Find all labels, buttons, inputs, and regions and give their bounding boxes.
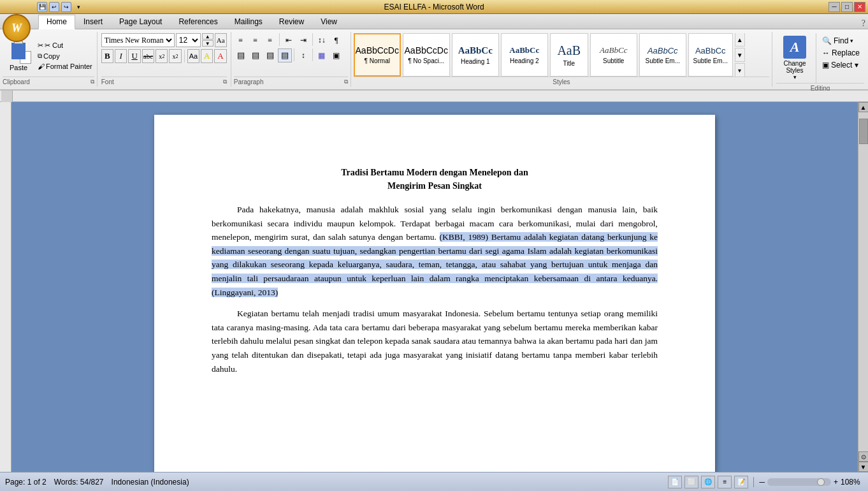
undo-icon[interactable]: ↩ [49, 2, 59, 12]
strikethrough-button[interactable]: abc [142, 49, 154, 63]
font-name-select[interactable]: Times New Roman Arial Calibri [101, 33, 175, 47]
para-row2: ▤ ▤ ▤ ▤ ↕ ▦ ▣ [234, 48, 348, 62]
restore-button[interactable]: □ [841, 2, 853, 12]
font-size-decrease[interactable]: ▼ [202, 40, 213, 47]
close-button[interactable]: ✕ [854, 2, 865, 12]
scroll-thumb[interactable] [859, 119, 868, 144]
align-center-button[interactable]: ▤ [249, 48, 263, 62]
office-button[interactable]: W [3, 14, 31, 42]
styles-group-label: Styles [354, 77, 769, 85]
full-screen-button[interactable]: ⬜ [684, 476, 698, 488]
copy-icon: ⧉ [38, 52, 42, 60]
print-layout-button[interactable]: 📄 [668, 476, 682, 488]
styles-scroll-up[interactable]: ▲ [735, 33, 745, 47]
tab-page-layout[interactable]: Page Layout [111, 15, 170, 29]
style-normal-button[interactable]: AaBbCcDc ¶ Normal [354, 33, 401, 77]
tab-references[interactable]: References [170, 15, 226, 29]
multilevel-button[interactable]: ≡ [263, 33, 277, 47]
tab-view[interactable]: View [312, 15, 345, 29]
font-color-button[interactable]: A [214, 49, 226, 63]
superscript-button[interactable]: x2 [169, 49, 181, 63]
para-divider3 [294, 48, 294, 61]
font-expand-icon[interactable]: ⧉ [223, 78, 227, 85]
style-heading2-sample: AaBbCc [509, 45, 539, 55]
change-styles-button[interactable]: A ChangeStyles ▾ [776, 33, 813, 83]
align-left-button[interactable]: ▤ [234, 48, 248, 62]
words-status: Words: 54/827 [54, 478, 104, 487]
style-subtle-em-button[interactable]: AaBbCc Subtle Em... [639, 33, 686, 77]
style-heading1-sample: AaBbCc [458, 45, 493, 56]
style-no-spacing-sample: AaBbCcDc [405, 45, 448, 55]
show-hide-button[interactable]: ¶ [329, 33, 344, 47]
tab-insert[interactable]: Insert [75, 15, 111, 29]
style-more-button[interactable]: AaBbCc Subtle Em... [688, 33, 733, 77]
outline-button[interactable]: ≡ [718, 476, 732, 488]
scroll-select-browse[interactable]: ⊙ [858, 451, 869, 462]
web-layout-button[interactable]: 🌐 [701, 476, 715, 488]
qat-arrow[interactable]: ▾ [73, 2, 83, 12]
font-size-select[interactable]: 12 10 14 [176, 33, 201, 47]
borders-button[interactable]: ▣ [329, 48, 344, 62]
justify-button[interactable]: ▤ [278, 48, 292, 62]
zoom-slider[interactable] [767, 478, 831, 486]
styles-content: AaBbCcDc ¶ Normal AaBbCcDc ¶ No Spaci...… [354, 33, 769, 77]
tab-mailings[interactable]: Mailings [226, 15, 271, 29]
style-normal-label: ¶ Normal [365, 57, 390, 64]
zoom-thumb [817, 478, 825, 486]
line-spacing-button[interactable]: ↕ [296, 48, 310, 62]
font-size-increase[interactable]: ▲ [202, 33, 213, 40]
bullets-button[interactable]: ≡ [234, 33, 248, 47]
styles-scroll-down[interactable]: ▼ [735, 48, 745, 62]
highlight-button[interactable]: A [201, 49, 213, 63]
clipboard-group-label: Clipboard ⧉ [3, 77, 94, 85]
decrease-indent-button[interactable]: ⇤ [282, 33, 296, 47]
scroll-track[interactable] [858, 112, 869, 451]
zoom-out-button[interactable]: ─ [759, 478, 765, 487]
scroll-next-button[interactable]: ▼ [858, 462, 869, 472]
italic-button[interactable]: I [115, 49, 127, 63]
bold-button[interactable]: B [101, 49, 113, 63]
shading-button[interactable]: ▦ [315, 48, 329, 62]
divider [184, 50, 185, 62]
align-right-button[interactable]: ▤ [263, 48, 277, 62]
clear-formatting-button[interactable]: Aa [215, 33, 227, 47]
ruler-corner[interactable] [1, 91, 13, 102]
draft-button[interactable]: 📝 [734, 476, 748, 488]
style-heading2-label: Heading 2 [510, 57, 539, 64]
para2-text: Kegiatan bertamu telah menjadi tradisi u… [212, 309, 658, 373]
underline-button[interactable]: U [128, 49, 140, 63]
select-button[interactable]: ▣ Select ▾ [820, 60, 862, 70]
style-title-button[interactable]: AaB Title [550, 33, 588, 77]
save-icon[interactable]: 💾 [37, 2, 47, 12]
change-case-button[interactable]: Aa [187, 49, 199, 63]
tab-home[interactable]: Home [38, 15, 75, 29]
find-button[interactable]: 🔍 Find ▾ [820, 36, 862, 46]
subscript-button[interactable]: x2 [156, 49, 168, 63]
redo-icon[interactable]: ↪ [61, 2, 71, 12]
style-heading1-button[interactable]: AaBbCc Heading 1 [452, 33, 499, 77]
font-row2: B I U abc x2 x2 Aa A A [101, 49, 227, 63]
doc-scroll[interactable]: Tradisi Bertamu Modern dengan Menelepon … [11, 102, 858, 472]
document-page: Tradisi Bertamu Modern dengan Menelepon … [154, 115, 715, 472]
sort-button[interactable]: ↕↓ [315, 33, 329, 47]
styles-dropdown[interactable]: ▾ [735, 63, 745, 77]
style-normal-sample: AaBbCcDc [356, 45, 399, 55]
paragraph-group-label: Paragraph ⧉ [234, 77, 348, 85]
zoom-in-button[interactable]: + [834, 478, 838, 487]
copy-button[interactable]: ⧉ Copy [36, 52, 94, 61]
cut-button[interactable]: ✂ ✂ Cut [36, 41, 94, 50]
style-subtitle-button[interactable]: AaBbCc Subtitle [590, 33, 637, 77]
tab-review[interactable]: Review [271, 15, 312, 29]
format-painter-button[interactable]: 🖌 Format Painter [36, 62, 94, 71]
minimize-button[interactable]: ─ [828, 2, 840, 12]
scroll-up-button[interactable]: ▲ [858, 102, 869, 112]
clipboard-expand-icon[interactable]: ⧉ [90, 78, 94, 85]
style-no-spacing-label: ¶ No Spaci... [408, 57, 444, 64]
paragraph-expand-icon[interactable]: ⧉ [344, 78, 348, 85]
style-heading2-button[interactable]: AaBbCc Heading 2 [501, 33, 548, 77]
replace-button[interactable]: ↔ Replace [820, 48, 862, 58]
style-no-spacing-button[interactable]: AaBbCcDc ¶ No Spaci... [403, 33, 450, 77]
increase-indent-button[interactable]: ⇥ [296, 33, 310, 47]
numbering-button[interactable]: ≡ [249, 33, 263, 47]
help-icon[interactable]: ? [862, 18, 865, 29]
